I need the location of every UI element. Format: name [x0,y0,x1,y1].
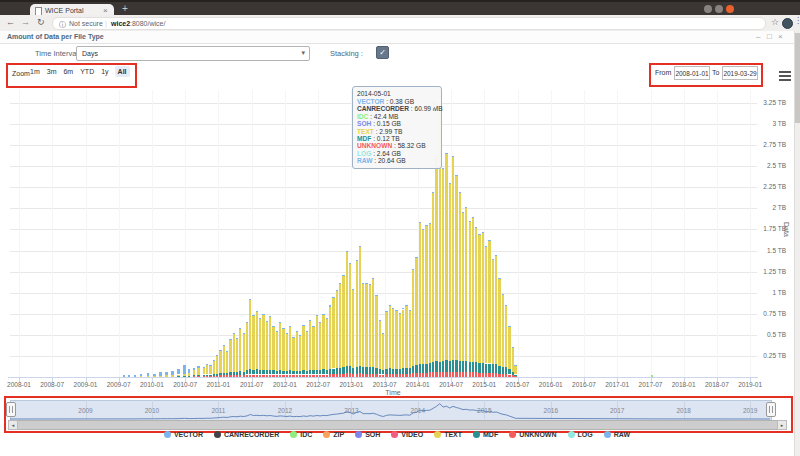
tooltip-row: MDF : 0.12 TB [357,135,437,142]
legend-label: MDF [483,431,498,438]
navigator-left-handle[interactable] [6,402,16,417]
tooltip-arrow-fill [431,102,436,110]
legend-dot-icon [214,431,221,438]
legend-label: UNKNOWN [519,431,556,438]
legend-dot-icon [568,431,575,438]
tooltip-row: TEXT : 2.99 TB [357,128,437,135]
legend-label: TEXT [444,431,462,438]
navigator-scrollbar-thumb[interactable] [16,420,779,430]
legend-label: IDC [300,431,312,438]
chart-tooltip: 2014-05-01 VECTOR : 0.38 GBCANRECORDER :… [352,86,442,169]
legend-dot-icon [290,431,297,438]
legend-dot-icon [164,431,171,438]
legend-dot-icon [509,431,516,438]
tooltip-row: IDC : 42.4 MB [357,113,437,120]
legend-dot-icon [391,431,398,438]
legend-item-raw[interactable]: RAW [604,431,630,438]
legend-item-soh[interactable]: SOH [355,431,380,438]
tooltip-row: VECTOR : 0.38 GB [357,98,437,105]
legend-item-vector[interactable]: VECTOR [164,431,203,438]
legend-item-unknown[interactable]: UNKNOWN [509,431,556,438]
legend-label: SOH [365,431,380,438]
tooltip-row: LOG : 2.64 GB [357,150,437,157]
legend-dot-icon [355,431,362,438]
legend-dot-icon [473,431,480,438]
legend-label: RAW [614,431,630,438]
tooltip-row: UNKNOWN : 58.32 GB [357,142,437,149]
tooltip-rows: VECTOR : 0.38 GBCANRECORDER : 60.99 MBID… [357,98,437,165]
legend-item-idc[interactable]: IDC [290,431,312,438]
legend-label: ZIP [333,431,344,438]
legend-item-text[interactable]: TEXT [434,431,462,438]
legend-item-zip[interactable]: ZIP [323,431,344,438]
tooltip-row: RAW : 20.64 GB [357,157,437,164]
tooltip-date: 2014-05-01 [357,90,437,97]
legend-label: CANRECORDER [224,431,279,438]
legend-label: LOG [578,431,593,438]
legend-item-log[interactable]: LOG [568,431,593,438]
navigator-right-handle[interactable] [766,402,776,417]
legend-item-mdf[interactable]: MDF [473,431,498,438]
legend-dot-icon [434,431,441,438]
tooltip-row: SOH : 0.15 GB [357,120,437,127]
legend-label: VECTOR [174,431,203,438]
legend-label: VIDEO [401,431,423,438]
scrollbar-left-arrow[interactable]: ◂ [8,420,18,430]
legend-item-video[interactable]: VIDEO [391,431,423,438]
legend-item-canrecorder[interactable]: CANRECORDER [214,431,279,438]
navigator-series-line [0,0,800,456]
legend-dot-icon [604,431,611,438]
scrollbar-right-arrow[interactable]: ▸ [777,420,787,430]
browser-window: WICE Portal × + ← → ↻ ⓘ Not secure | wic… [0,0,800,456]
tooltip-row: CANRECORDER : 60.99 MB [357,105,437,112]
legend-dot-icon [323,431,330,438]
chart-legend: VECTORCANRECORDERIDCZIPSOHVIDEOTEXTMDFUN… [0,431,794,438]
